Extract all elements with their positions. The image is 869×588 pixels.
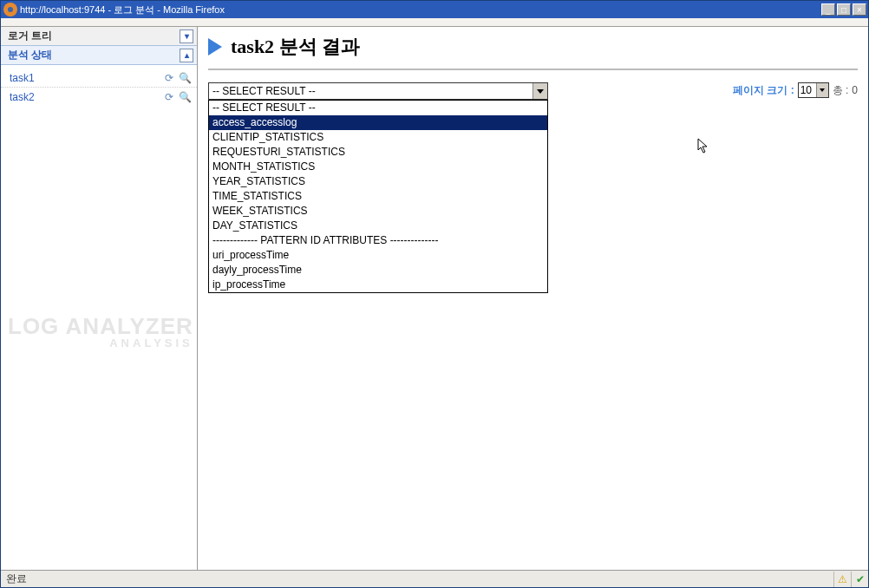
page-size-value: 10	[799, 84, 816, 96]
task-item-label: task1	[10, 72, 160, 84]
firefox-icon	[3, 3, 17, 16]
dropdown-option[interactable]: access_accesslog	[209, 115, 547, 130]
result-select-dropdown[interactable]: -- SELECT RESULT --access_accesslogCLIEN…	[208, 100, 548, 293]
result-select-value: -- SELECT RESULT --	[209, 85, 533, 97]
total-value: 0	[852, 84, 858, 96]
dropdown-option[interactable]: WEEK_STATISTICS	[209, 204, 547, 219]
reload-icon[interactable]: ⟳	[162, 71, 176, 85]
watermark: LOG ANALYZER ANALYSIS	[8, 313, 193, 350]
page-size-label: 페이지 크기 :	[733, 83, 794, 98]
close-button[interactable]: ×	[853, 3, 866, 16]
dropdown-option[interactable]: MONTH_STATISTICS	[209, 160, 547, 174]
dropdown-option[interactable]: ip_processTime	[209, 278, 547, 292]
window-title: http://localhost:9744 - 로그 분석 - Mozilla …	[20, 3, 820, 16]
dropdown-option[interactable]: DAY_STATISTICS	[209, 219, 547, 233]
dropdown-option[interactable]: TIME_STATISTICS	[209, 189, 547, 204]
statusbar: 완료 ⚠ ✔	[1, 570, 868, 587]
search-icon[interactable]: 🔍	[178, 71, 192, 85]
task-list: task1 ⟳ 🔍 task2 ⟳ 🔍	[1, 65, 197, 110]
warning-icon[interactable]: ⚠	[833, 572, 851, 587]
content-area: 로거 트리 ▾ 분석 상태 ▴ task1 ⟳ 🔍 task2 ⟳ 🔍	[1, 27, 868, 570]
logger-tree-panel-header[interactable]: 로거 트리 ▾	[1, 27, 197, 46]
dropdown-option[interactable]: YEAR_STATISTICS	[209, 174, 547, 189]
result-select[interactable]: -- SELECT RESULT -- -- SELECT RESULT --a…	[208, 82, 548, 100]
result-select-display[interactable]: -- SELECT RESULT --	[208, 82, 548, 100]
main-panel: task2 분석 결과 -- SELECT RESULT -- -- SELEC…	[198, 27, 868, 570]
sidebar: 로거 트리 ▾ 분석 상태 ▴ task1 ⟳ 🔍 task2 ⟳ 🔍	[1, 27, 198, 570]
window-controls: _ □ ×	[820, 3, 868, 16]
analysis-state-panel-header[interactable]: 분석 상태 ▴	[1, 46, 197, 65]
status-text: 완료	[1, 572, 833, 586]
total-label: 총 :	[833, 83, 849, 98]
dropdown-option[interactable]: CLIENTIP_STATISTICS	[209, 130, 547, 145]
analysis-state-label: 분석 상태	[8, 48, 180, 62]
arrow-right-icon	[208, 38, 222, 56]
browser-window: http://localhost:9744 - 로그 분석 - Mozilla …	[0, 0, 869, 588]
dropdown-arrow-icon[interactable]	[816, 83, 828, 97]
dropdown-option[interactable]: REQUESTURI_STATISTICS	[209, 145, 547, 160]
controls-row: -- SELECT RESULT -- -- SELECT RESULT --a…	[208, 82, 858, 100]
mouse-cursor-icon	[697, 138, 711, 158]
minimize-button[interactable]: _	[821, 3, 835, 16]
ok-icon[interactable]: ✔	[851, 572, 868, 587]
page-title-row: task2 분석 결과	[208, 34, 858, 60]
dropdown-arrow-icon[interactable]	[533, 83, 547, 99]
title-underline	[208, 69, 858, 70]
reload-icon[interactable]: ⟳	[162, 90, 176, 104]
page-size-select[interactable]: 10	[798, 82, 829, 98]
svg-point-1	[8, 7, 13, 12]
dropdown-option[interactable]: ------------- PATTERN ID ATTRIBUTES ----…	[209, 233, 547, 248]
task-item-task2[interactable]: task2 ⟳ 🔍	[1, 88, 197, 107]
task-item-label: task2	[10, 91, 160, 103]
titlebar[interactable]: http://localhost:9744 - 로그 분석 - Mozilla …	[1, 1, 868, 18]
chevron-down-icon[interactable]: ▾	[180, 29, 193, 43]
pagination-controls: 페이지 크기 : 10 총 : 0	[733, 82, 858, 98]
dropdown-option[interactable]: uri_processTime	[209, 248, 547, 263]
search-icon[interactable]: 🔍	[178, 90, 192, 104]
task-item-task1[interactable]: task1 ⟳ 🔍	[1, 69, 197, 88]
toolbar-strip	[1, 18, 868, 27]
chevron-up-icon[interactable]: ▴	[180, 49, 193, 62]
dropdown-option[interactable]: -- SELECT RESULT --	[209, 101, 547, 115]
logger-tree-label: 로거 트리	[8, 29, 180, 43]
page-title: task2 분석 결과	[231, 34, 360, 60]
maximize-button[interactable]: □	[837, 3, 851, 16]
dropdown-option[interactable]: dayly_processTime	[209, 263, 547, 278]
